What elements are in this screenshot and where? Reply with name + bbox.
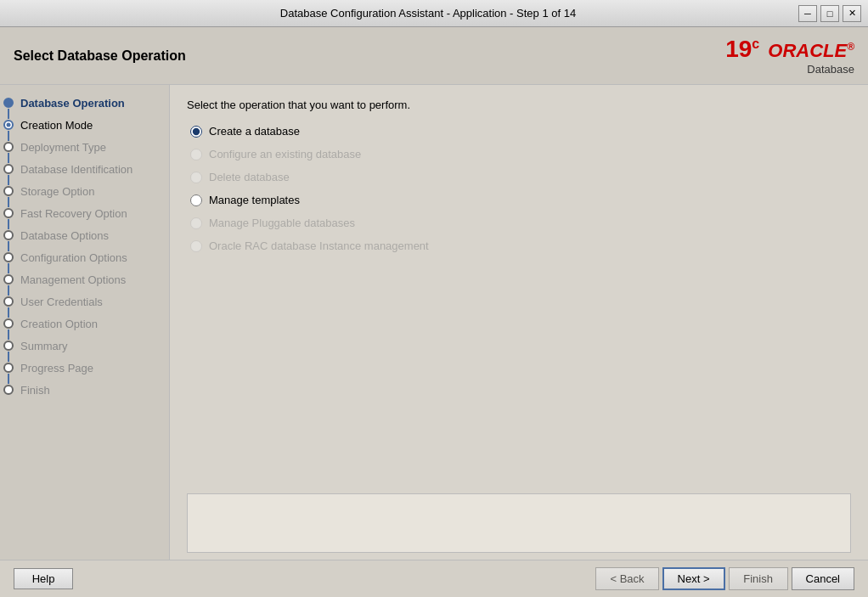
- sidebar-item-management-options[interactable]: Management Options: [0, 268, 169, 290]
- sidebar-item-creation-mode[interactable]: Creation Mode: [0, 114, 169, 136]
- bottom-bar: Help < Back Next > Finish Cancel: [0, 560, 868, 597]
- header: Select Database Operation 19c ORACLE® Da…: [0, 27, 868, 85]
- sidebar-dot-database-operation: [3, 98, 14, 108]
- sidebar-dot-creation-mode: [3, 120, 14, 130]
- sidebar-dot-configuration-options: [3, 252, 14, 262]
- sidebar-item-user-credentials[interactable]: User Credentials: [0, 290, 169, 313]
- sidebar-item-database-operation[interactable]: Database Operation: [0, 92, 169, 114]
- sidebar-item-finish[interactable]: Finish: [0, 379, 169, 401]
- close-button[interactable]: ✕: [843, 5, 861, 22]
- sidebar-label-database-operation: Database Operation: [20, 97, 125, 110]
- finish-button[interactable]: Finish: [729, 567, 788, 590]
- label-manage-pluggable: Manage Pluggable databases: [209, 217, 355, 229]
- oracle-product: Database: [807, 63, 854, 76]
- sidebar-dot-progress-page: [3, 363, 14, 373]
- sidebar-label-deployment-type: Deployment Type: [20, 141, 106, 154]
- sidebar-item-deployment-type[interactable]: Deployment Type: [0, 136, 169, 158]
- minimize-button[interactable]: ─: [798, 5, 817, 22]
- sidebar-item-creation-option[interactable]: Creation Option: [0, 313, 169, 335]
- sidebar-dot-database-options: [3, 230, 14, 240]
- radio-delete-database[interactable]: [190, 172, 202, 183]
- sidebar-dot-fast-recovery-option: [3, 208, 14, 218]
- sidebar-label-finish: Finish: [20, 384, 50, 397]
- sidebar-item-database-identification[interactable]: Database Identification: [0, 158, 169, 180]
- sidebar-dot-storage-option: [3, 186, 14, 196]
- radio-manage-pluggable[interactable]: [190, 217, 202, 229]
- page-title: Select Database Operation: [14, 48, 186, 64]
- sidebar-item-database-options[interactable]: Database Options: [0, 224, 169, 246]
- radio-oracle-rac[interactable]: [190, 240, 202, 252]
- sidebar-label-progress-page: Progress Page: [20, 362, 93, 375]
- back-button[interactable]: < Back: [595, 567, 658, 590]
- sidebar-dot-user-credentials: [3, 296, 14, 307]
- option-oracle-rac[interactable]: Oracle RAC database Instance management: [190, 239, 851, 252]
- sidebar-label-fast-recovery-option: Fast Recovery Option: [20, 207, 127, 220]
- title-bar-title: Database Configuration Assistant - Appli…: [58, 7, 798, 20]
- label-create-database: Create a database: [209, 125, 300, 138]
- sidebar-label-summary: Summary: [20, 340, 68, 352]
- sidebar-item-summary[interactable]: Summary: [0, 335, 169, 357]
- info-box: [187, 493, 851, 553]
- main-window: Select Database Operation 19c ORACLE® Da…: [0, 27, 868, 597]
- sidebar-label-creation-mode: Creation Mode: [20, 119, 93, 132]
- option-delete-database[interactable]: Delete database: [190, 171, 851, 183]
- option-manage-templates[interactable]: Manage templates: [190, 194, 851, 206]
- sidebar-dot-finish: [3, 385, 14, 395]
- sidebar-label-configuration-options: Configuration Options: [20, 251, 127, 264]
- sidebar-label-database-identification: Database Identification: [20, 163, 132, 176]
- sidebar-label-storage-option: Storage Option: [20, 185, 94, 198]
- sidebar-label-user-credentials: User Credentials: [20, 296, 103, 308]
- oracle-logo: 19c ORACLE® Database: [725, 36, 854, 76]
- main-panel: Select the operation that you want to pe…: [170, 85, 868, 560]
- cancel-button[interactable]: Cancel: [792, 567, 854, 590]
- oracle-version: 19c: [725, 36, 759, 63]
- radio-configure-existing[interactable]: [190, 149, 202, 161]
- option-create-database[interactable]: Create a database: [190, 125, 851, 138]
- label-configure-existing: Configure an existing database: [209, 148, 361, 161]
- sidebar-dot-management-options: [3, 274, 14, 284]
- restore-button[interactable]: □: [820, 5, 839, 22]
- radio-create-database[interactable]: [190, 126, 202, 138]
- label-manage-templates: Manage templates: [209, 194, 300, 206]
- sidebar-label-management-options: Management Options: [20, 273, 126, 286]
- next-button[interactable]: Next >: [662, 567, 725, 590]
- sidebar-item-fast-recovery-option[interactable]: Fast Recovery Option: [0, 202, 169, 224]
- option-manage-pluggable[interactable]: Manage Pluggable databases: [190, 217, 851, 229]
- sidebar-dot-database-identification: [3, 164, 14, 174]
- radio-manage-templates[interactable]: [190, 194, 202, 206]
- sidebar-item-configuration-options[interactable]: Configuration Options: [0, 246, 169, 268]
- sidebar-dot-deployment-type: [3, 142, 14, 152]
- radio-group: Create a database Configure an existing …: [190, 125, 851, 252]
- oracle-brand: ORACLE®: [768, 40, 854, 62]
- content-area: Database Operation Creation Mode: [0, 85, 868, 560]
- navigation-buttons: < Back Next > Finish Cancel: [595, 567, 854, 590]
- sidebar-item-storage-option[interactable]: Storage Option: [0, 180, 169, 202]
- option-configure-existing[interactable]: Configure an existing database: [190, 148, 851, 161]
- title-bar: Database Configuration Assistant - Appli…: [0, 0, 868, 27]
- sidebar-label-database-options: Database Options: [20, 229, 109, 242]
- sidebar-dot-creation-option: [3, 318, 14, 329]
- instruction-text: Select the operation that you want to pe…: [187, 99, 851, 111]
- label-oracle-rac: Oracle RAC database Instance management: [209, 239, 429, 252]
- sidebar-dot-summary: [3, 341, 14, 351]
- title-bar-controls: ─ □ ✕: [798, 5, 861, 22]
- label-delete-database: Delete database: [209, 171, 290, 183]
- sidebar-label-creation-option: Creation Option: [20, 318, 98, 330]
- sidebar-item-progress-page[interactable]: Progress Page: [0, 357, 169, 379]
- sidebar: Database Operation Creation Mode: [0, 85, 170, 560]
- help-button[interactable]: Help: [14, 568, 73, 589]
